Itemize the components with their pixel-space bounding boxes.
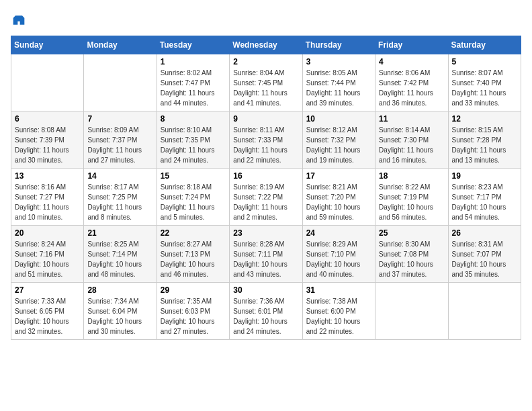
day-info: Sunrise: 8:16 AM Sunset: 7:27 PM Dayligh… — [15, 182, 80, 222]
day-info: Sunrise: 7:36 AM Sunset: 6:01 PM Dayligh… — [233, 296, 298, 336]
calendar-table: SundayMondayTuesdayWednesdayThursdayFrid… — [11, 36, 521, 340]
calendar-cell: 11Sunrise: 8:14 AM Sunset: 7:30 PM Dayli… — [375, 111, 448, 169]
calendar-cell: 14Sunrise: 8:17 AM Sunset: 7:25 PM Dayli… — [84, 169, 157, 226]
calendar-week-row: 20Sunrise: 8:24 AM Sunset: 7:16 PM Dayli… — [11, 226, 521, 283]
calendar-cell: 6Sunrise: 8:08 AM Sunset: 7:39 PM Daylig… — [11, 111, 84, 169]
day-info: Sunrise: 7:35 AM Sunset: 6:03 PM Dayligh… — [161, 296, 226, 336]
calendar-cell: 8Sunrise: 8:10 AM Sunset: 7:35 PM Daylig… — [157, 111, 229, 169]
calendar-cell: 24Sunrise: 8:29 AM Sunset: 7:10 PM Dayli… — [302, 226, 375, 283]
day-number: 22 — [161, 228, 226, 238]
day-info: Sunrise: 7:34 AM Sunset: 6:04 PM Dayligh… — [87, 296, 152, 336]
day-number: 30 — [233, 285, 298, 295]
calendar-cell: 30Sunrise: 7:36 AM Sunset: 6:01 PM Dayli… — [230, 283, 302, 340]
calendar-cell: 20Sunrise: 8:24 AM Sunset: 7:16 PM Dayli… — [11, 226, 84, 283]
day-number: 1 — [161, 57, 226, 66]
calendar-cell: 17Sunrise: 8:21 AM Sunset: 7:20 PM Dayli… — [302, 169, 375, 226]
day-number: 6 — [15, 114, 80, 124]
day-info: Sunrise: 8:06 AM Sunset: 7:42 PM Dayligh… — [379, 68, 444, 108]
day-number: 31 — [306, 285, 371, 295]
day-number: 24 — [306, 228, 371, 238]
calendar-week-row: 27Sunrise: 7:33 AM Sunset: 6:05 PM Dayli… — [11, 283, 521, 340]
calendar-cell: 7Sunrise: 8:09 AM Sunset: 7:37 PM Daylig… — [84, 111, 157, 169]
day-number: 11 — [379, 114, 444, 124]
day-info: Sunrise: 8:27 AM Sunset: 7:13 PM Dayligh… — [161, 239, 226, 279]
day-number: 12 — [452, 114, 517, 124]
logo-icon — [12, 13, 26, 27]
weekday-header-cell: Friday — [375, 36, 448, 54]
day-number: 29 — [161, 285, 226, 295]
day-info: Sunrise: 8:07 AM Sunset: 7:40 PM Dayligh… — [452, 68, 517, 108]
calendar-cell: 9Sunrise: 8:11 AM Sunset: 7:33 PM Daylig… — [230, 111, 302, 169]
calendar-cell: 15Sunrise: 8:18 AM Sunset: 7:24 PM Dayli… — [157, 169, 229, 226]
calendar-cell: 12Sunrise: 8:15 AM Sunset: 7:28 PM Dayli… — [448, 111, 521, 169]
day-number: 19 — [452, 171, 517, 181]
day-number: 14 — [87, 171, 152, 181]
calendar-cell: 31Sunrise: 7:38 AM Sunset: 6:00 PM Dayli… — [302, 283, 375, 340]
weekday-header-cell: Thursday — [302, 36, 375, 54]
calendar-cell: 26Sunrise: 8:31 AM Sunset: 7:07 PM Dayli… — [448, 226, 521, 283]
day-number: 5 — [452, 57, 517, 66]
day-number: 10 — [306, 114, 371, 124]
day-number: 23 — [233, 228, 298, 238]
calendar-week-row: 1Sunrise: 8:02 AM Sunset: 7:47 PM Daylig… — [11, 54, 521, 111]
calendar-cell: 28Sunrise: 7:34 AM Sunset: 6:04 PM Dayli… — [84, 283, 157, 340]
calendar-cell: 23Sunrise: 8:28 AM Sunset: 7:11 PM Dayli… — [230, 226, 302, 283]
day-info: Sunrise: 8:05 AM Sunset: 7:44 PM Dayligh… — [306, 68, 371, 108]
day-number: 25 — [379, 228, 444, 238]
calendar-cell: 29Sunrise: 7:35 AM Sunset: 6:03 PM Dayli… — [157, 283, 229, 340]
calendar-cell: 18Sunrise: 8:22 AM Sunset: 7:19 PM Dayli… — [375, 169, 448, 226]
day-number: 4 — [379, 57, 444, 66]
calendar-cell: 19Sunrise: 8:23 AM Sunset: 7:17 PM Dayli… — [448, 169, 521, 226]
calendar-cell: 2Sunrise: 8:04 AM Sunset: 7:45 PM Daylig… — [230, 54, 302, 111]
day-info: Sunrise: 8:11 AM Sunset: 7:33 PM Dayligh… — [233, 125, 298, 165]
day-info: Sunrise: 7:38 AM Sunset: 6:00 PM Dayligh… — [306, 296, 371, 336]
day-info: Sunrise: 8:12 AM Sunset: 7:32 PM Dayligh… — [306, 125, 371, 165]
weekday-header-cell: Monday — [84, 36, 157, 54]
day-number: 7 — [87, 114, 152, 124]
day-info: Sunrise: 8:18 AM Sunset: 7:24 PM Dayligh… — [161, 182, 226, 222]
calendar-body: 1Sunrise: 8:02 AM Sunset: 7:47 PM Daylig… — [11, 54, 521, 340]
calendar-cell: 25Sunrise: 8:30 AM Sunset: 7:08 PM Dayli… — [375, 226, 448, 283]
calendar-cell: 13Sunrise: 8:16 AM Sunset: 7:27 PM Dayli… — [11, 169, 84, 226]
calendar-cell: 27Sunrise: 7:33 AM Sunset: 6:05 PM Dayli… — [11, 283, 84, 340]
day-info: Sunrise: 8:29 AM Sunset: 7:10 PM Dayligh… — [306, 239, 371, 279]
weekday-header-row: SundayMondayTuesdayWednesdayThursdayFrid… — [11, 36, 521, 54]
calendar-cell — [375, 283, 448, 340]
calendar-cell: 22Sunrise: 8:27 AM Sunset: 7:13 PM Dayli… — [157, 226, 229, 283]
day-number: 2 — [233, 57, 298, 66]
weekday-header-cell: Wednesday — [230, 36, 302, 54]
weekday-header-cell: Saturday — [448, 36, 521, 54]
calendar-cell — [448, 283, 521, 340]
day-number: 17 — [306, 171, 371, 181]
day-number: 8 — [161, 114, 226, 124]
day-info: Sunrise: 8:15 AM Sunset: 7:28 PM Dayligh… — [452, 125, 517, 165]
day-number: 3 — [306, 57, 371, 66]
day-info: Sunrise: 8:02 AM Sunset: 7:47 PM Dayligh… — [161, 68, 226, 108]
calendar-cell — [84, 54, 157, 111]
day-number: 18 — [379, 171, 444, 181]
day-info: Sunrise: 8:31 AM Sunset: 7:07 PM Dayligh… — [452, 239, 517, 279]
day-number: 28 — [87, 285, 152, 295]
calendar-cell: 1Sunrise: 8:02 AM Sunset: 7:47 PM Daylig… — [157, 54, 229, 111]
calendar-cell: 5Sunrise: 8:07 AM Sunset: 7:40 PM Daylig… — [448, 54, 521, 111]
day-info: Sunrise: 8:30 AM Sunset: 7:08 PM Dayligh… — [379, 239, 444, 279]
calendar-cell — [11, 54, 84, 111]
day-number: 16 — [233, 171, 298, 181]
day-number: 9 — [233, 114, 298, 124]
day-info: Sunrise: 8:10 AM Sunset: 7:35 PM Dayligh… — [161, 125, 226, 165]
day-info: Sunrise: 8:28 AM Sunset: 7:11 PM Dayligh… — [233, 239, 298, 279]
day-info: Sunrise: 7:33 AM Sunset: 6:05 PM Dayligh… — [15, 296, 80, 336]
day-number: 20 — [15, 228, 80, 238]
calendar-cell: 10Sunrise: 8:12 AM Sunset: 7:32 PM Dayli… — [302, 111, 375, 169]
weekday-header-cell: Tuesday — [157, 36, 229, 54]
day-info: Sunrise: 8:17 AM Sunset: 7:25 PM Dayligh… — [87, 182, 152, 222]
day-number: 26 — [452, 228, 517, 238]
day-info: Sunrise: 8:22 AM Sunset: 7:19 PM Dayligh… — [379, 182, 444, 222]
day-number: 21 — [87, 228, 152, 238]
calendar-week-row: 6Sunrise: 8:08 AM Sunset: 7:39 PM Daylig… — [11, 111, 521, 169]
day-info: Sunrise: 8:04 AM Sunset: 7:45 PM Dayligh… — [233, 68, 298, 108]
day-info: Sunrise: 8:08 AM Sunset: 7:39 PM Dayligh… — [15, 125, 80, 165]
calendar-cell: 16Sunrise: 8:19 AM Sunset: 7:22 PM Dayli… — [230, 169, 302, 226]
logo — [11, 13, 26, 30]
day-info: Sunrise: 8:25 AM Sunset: 7:14 PM Dayligh… — [87, 239, 152, 279]
